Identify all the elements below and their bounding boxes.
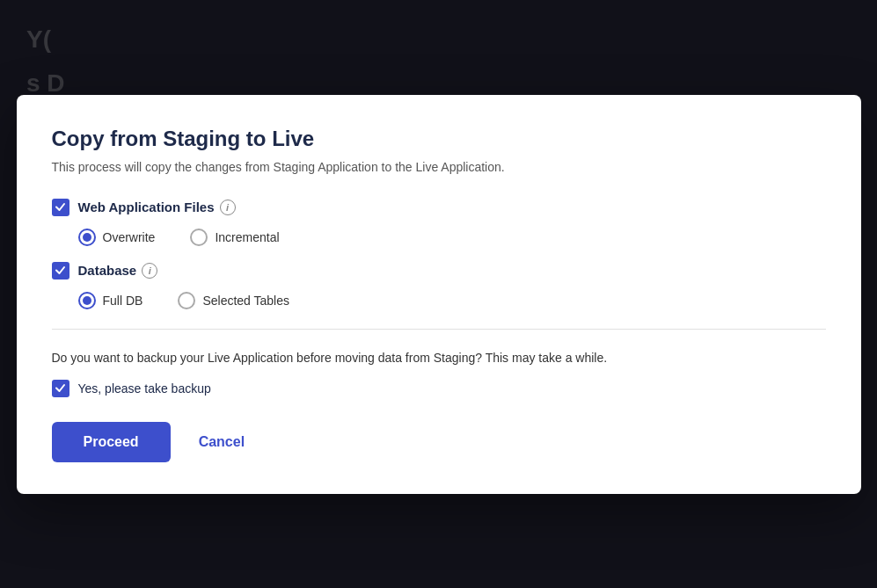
- database-section: Database i Full DB Selected Tables: [52, 262, 826, 309]
- overwrite-radio-option[interactable]: Overwrite: [78, 229, 156, 246]
- selected-tables-radio-label: Selected Tables: [202, 294, 289, 308]
- database-info-icon[interactable]: i: [142, 263, 157, 279]
- modal-title: Copy from Staging to Live: [52, 127, 826, 151]
- incremental-radio-option[interactable]: Incremental: [190, 229, 279, 246]
- copy-staging-modal: Copy from Staging to Live This process w…: [17, 95, 861, 494]
- web-app-files-checkbox[interactable]: [52, 199, 69, 216]
- backup-checkbox[interactable]: [52, 380, 69, 397]
- overwrite-radio-label: Overwrite: [103, 230, 156, 244]
- full-db-radio-option[interactable]: Full DB: [78, 292, 143, 309]
- database-label: Database i: [78, 263, 158, 279]
- full-db-radio[interactable]: [78, 292, 96, 309]
- web-app-files-section: Web Application Files i Overwrite Increm…: [52, 199, 826, 246]
- web-app-files-info-icon[interactable]: i: [220, 200, 236, 215]
- incremental-radio-label: Incremental: [215, 230, 279, 244]
- database-checkbox[interactable]: [52, 262, 69, 279]
- web-app-files-radio-group: Overwrite Incremental: [78, 229, 826, 246]
- backup-checkbox-label: Yes, please take backup: [78, 381, 211, 396]
- web-app-files-row: Web Application Files i: [52, 199, 826, 216]
- database-radio-group: Full DB Selected Tables: [78, 292, 826, 309]
- selected-tables-radio-option[interactable]: Selected Tables: [178, 292, 289, 309]
- backup-checkbox-row: Yes, please take backup: [52, 380, 826, 397]
- full-db-radio-label: Full DB: [103, 294, 143, 308]
- backup-question: Do you want to backup your Live Applicat…: [52, 349, 826, 367]
- modal-subtitle: This process will copy the changes from …: [52, 160, 826, 174]
- button-row: Proceed Cancel: [52, 422, 826, 462]
- cancel-button[interactable]: Cancel: [185, 422, 259, 462]
- incremental-radio[interactable]: [190, 229, 208, 246]
- web-app-files-label: Web Application Files i: [78, 200, 236, 215]
- selected-tables-radio[interactable]: [178, 292, 195, 309]
- proceed-button[interactable]: Proceed: [52, 422, 171, 462]
- overwrite-radio[interactable]: [78, 229, 96, 246]
- database-row: Database i: [52, 262, 826, 279]
- section-divider: [52, 329, 826, 330]
